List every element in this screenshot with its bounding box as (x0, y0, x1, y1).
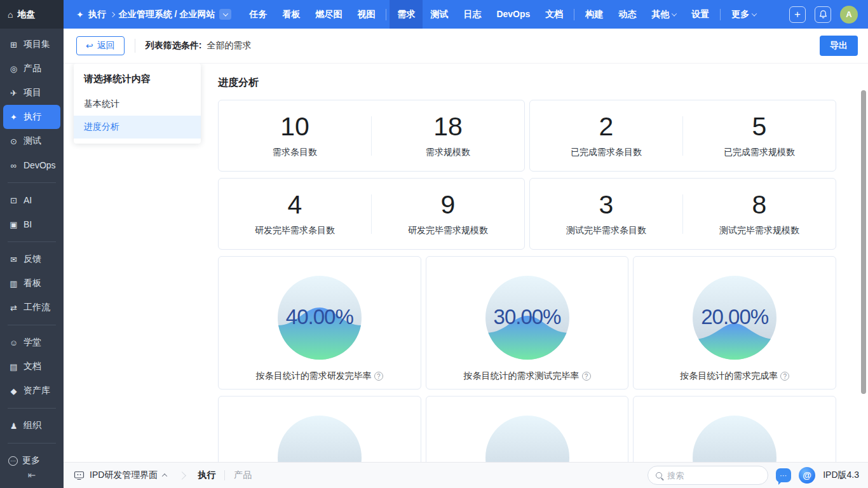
sidebar-divider (8, 408, 56, 409)
tab-burndown[interactable]: 燃尽图 (308, 0, 349, 29)
sidebar-item-feedback[interactable]: ✉ 反馈 (0, 247, 64, 271)
help-icon[interactable]: ? (582, 372, 591, 381)
tab-other[interactable]: 其他 (644, 0, 684, 29)
liquid-gauge (693, 416, 776, 462)
tab-label: 构建 (585, 0, 603, 29)
stat-value: 4 (219, 191, 371, 219)
breadcrumb-project[interactable]: 企业管理系统 / 企业网站 (119, 9, 215, 20)
tab-view[interactable]: 视图 (349, 0, 383, 29)
tab-label: 燃尽图 (315, 0, 342, 29)
sidebar-item-doc[interactable]: ▤ 文档 (0, 355, 64, 379)
sidebar-item-bi[interactable]: ▣ BI (0, 212, 64, 236)
sidebar-item-label: 资产库 (24, 385, 50, 396)
sidebar-item-label: 文档 (24, 361, 41, 372)
menu-divider (720, 9, 721, 20)
tab-more[interactable]: 更多 (724, 0, 764, 29)
project-switcher-button[interactable] (219, 9, 231, 20)
sidebar-item-kanban[interactable]: ▥ 看板 (0, 271, 64, 295)
stat-value: 2 (530, 113, 682, 140)
tab-devops[interactable]: DevOps (489, 0, 538, 29)
liquid-gauge-chart (278, 416, 362, 462)
tab-doc[interactable]: 文档 (538, 0, 571, 29)
status-bar: IPD研发管理界面 执行 产品 ⋯ @ IPD版4.3 (64, 462, 868, 488)
sidebar-item-execution[interactable]: ✦ 执行 (3, 105, 60, 129)
gem-icon: ◆ (8, 386, 19, 396)
stats-item-basic[interactable]: 基本统计 (74, 93, 201, 116)
mail-icon: ✉ (8, 255, 19, 264)
export-button[interactable]: 导出 (820, 36, 858, 56)
collapse-sidebar-icon[interactable]: ⇤ (0, 470, 64, 481)
breadcrumb-section[interactable]: 执行 (88, 9, 106, 20)
content-area: 请选择统计内容 基本统计 进度分析 进度分析 10 需求条目数 18 需求规模数… (64, 64, 868, 462)
sidebar-item-label: 组织 (24, 420, 41, 431)
help-icon[interactable]: ? (780, 372, 789, 381)
help-icon[interactable]: ? (374, 372, 383, 381)
divider (135, 39, 135, 53)
gauge-label-text: 按条目统计的需求研发完毕率 (256, 370, 372, 382)
stat-label: 测试完毕需求条目数 (530, 225, 682, 236)
plus-icon: + (794, 8, 801, 21)
chevron-down-icon (223, 11, 228, 16)
gauge-label: 按条目统计的需求测试完毕率 ? (464, 370, 591, 382)
sidebar-item-label: DevOps (24, 160, 56, 170)
breadcrumb[interactable]: ✦ 执行 企业管理系统 / 企业网站 (64, 9, 241, 20)
sidebar-item-product[interactable]: ◎ 产品 (0, 57, 64, 81)
workspace-switcher[interactable]: IPD研发管理界面 (74, 470, 166, 481)
back-button[interactable]: ↩ 返回 (76, 36, 125, 55)
sidebar-item-label: 学堂 (24, 337, 41, 348)
sidebar-item-assets[interactable]: ◆ 资产库 (0, 379, 64, 403)
tab-dynamic[interactable]: 动态 (611, 0, 644, 29)
notification-button[interactable] (815, 6, 831, 23)
sidebar-item-workflow[interactable]: ⇄ 工作流 (0, 295, 64, 320)
sidebar-item-home[interactable]: ⌂ 地盘 (0, 0, 64, 29)
liquid-gauge: 30.00% (485, 276, 569, 360)
tab-story[interactable]: 需求 (390, 0, 423, 29)
workflow-icon: ⇄ (8, 303, 19, 313)
sidebar: ⌂ 地盘 ⊞ 项目集 ◎ 产品 ✈ 项目 ✦ 执行 ⊙ 测试 ∞ DevOps … (0, 0, 64, 488)
sidebar-divider (8, 241, 56, 242)
sidebar-item-projectset[interactable]: ⊞ 项目集 (0, 32, 64, 57)
tab-settings[interactable]: 设置 (684, 0, 717, 29)
stat-label: 已完成需求条目数 (530, 147, 682, 158)
tab-log[interactable]: 日志 (456, 0, 489, 29)
tab-test[interactable]: 测试 (423, 0, 456, 29)
gauge-value: 20.00% (693, 305, 776, 329)
sidebar-item-org[interactable]: ♟ 组织 (0, 414, 64, 438)
tab-task[interactable]: 任务 (241, 0, 275, 29)
statusbar-nav-execution[interactable]: 执行 (198, 470, 215, 481)
tab-kanban[interactable]: 看板 (275, 0, 308, 29)
menu-divider (574, 9, 574, 20)
sidebar-item-label: 更多 (22, 455, 40, 466)
tab-build[interactable]: 构建 (578, 0, 611, 29)
chevron-down-icon (672, 11, 677, 16)
main-report: 进度分析 10 需求条目数 18 需求规模数 2 已完成需求条目数 (218, 74, 836, 462)
stat-card-test-finished: 3 测试完毕需求条目数 8 测试完毕需求规模数 (529, 178, 836, 250)
top-menu: 任务 看板 燃尽图 视图 需求 测试 日志 DevOps 文档 构建 动态 其他… (241, 0, 764, 29)
stat-cell: 10 需求条目数 (219, 113, 371, 158)
avatar[interactable]: A (840, 6, 858, 24)
stats-item-progress[interactable]: 进度分析 (74, 116, 201, 139)
gauge-card-completion-rate: 20.00% 按条目统计的需求完成率 ? (633, 256, 836, 390)
search-input[interactable] (667, 471, 779, 480)
stat-value: 8 (683, 191, 836, 219)
sidebar-item-devops[interactable]: ∞ DevOps (0, 153, 64, 177)
sidebar-item-test[interactable]: ⊙ 测试 (0, 129, 64, 153)
infinity-icon: ∞ (8, 161, 19, 170)
sidebar-divider (8, 325, 56, 325)
statusbar-nav-product[interactable]: 产品 (234, 470, 252, 481)
gauge-card-partial (218, 396, 421, 462)
tab-label: 文档 (545, 0, 563, 29)
sidebar-item-project[interactable]: ✈ 项目 (0, 81, 64, 105)
gauge-card-test-rate: 30.00% 按条目统计的需求测试完毕率 ? (426, 256, 629, 390)
stat-label: 需求条目数 (219, 147, 371, 158)
rocket-icon: ✈ (8, 88, 19, 98)
search-box[interactable] (648, 466, 768, 485)
monitor-icon (74, 470, 85, 480)
robot-icon: ⊡ (8, 196, 19, 205)
create-button[interactable]: + (789, 6, 806, 23)
avatar-initial: A (846, 10, 851, 19)
chat-icon[interactable]: ⋯ (776, 468, 791, 482)
sidebar-item-school[interactable]: ☺ 学堂 (0, 330, 64, 355)
sidebar-item-ai[interactable]: ⊡ AI (0, 188, 64, 212)
vertical-scrollbar[interactable] (861, 90, 866, 394)
